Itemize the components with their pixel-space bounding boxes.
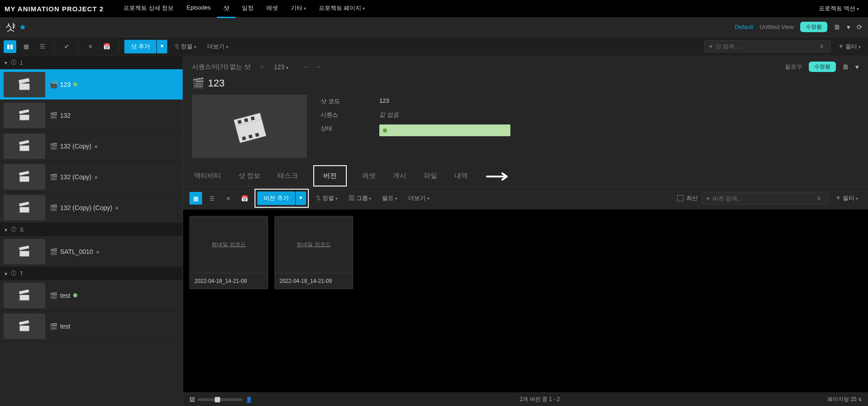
breadcrumb-sequence[interactable]: 시퀀스이(가) 없는 샷 bbox=[192, 63, 250, 71]
shot-row[interactable]: 🎬132 (Copy) (Copy) ● bbox=[0, 192, 183, 223]
detail-dropdown-icon[interactable]: ▾ bbox=[855, 63, 859, 71]
sort-menu[interactable]: ⇅ 정렬 bbox=[171, 43, 200, 51]
tab-shot-info[interactable]: 샷 정보 bbox=[236, 165, 262, 186]
vsort-menu[interactable]: ⇅ 정렬 bbox=[312, 194, 341, 202]
shot-thumb bbox=[4, 164, 45, 190]
tab-history[interactable]: 내역 bbox=[453, 165, 470, 186]
more-menu[interactable]: 더보기 bbox=[203, 43, 232, 51]
zoom-out-icon[interactable]: 🖼 bbox=[189, 396, 195, 403]
group-header-t[interactable]: ▾ ⓘ T bbox=[0, 267, 183, 280]
view-compact-icon[interactable]: ≡ bbox=[84, 40, 97, 53]
collapse-icon[interactable]: ▾ bbox=[5, 60, 7, 66]
nav-schedule[interactable]: 일정 bbox=[236, 0, 260, 18]
tab-activity[interactable]: 액티비티 bbox=[192, 165, 223, 186]
next-shot-icon[interactable]: → bbox=[315, 63, 321, 70]
shot-row[interactable]: 🎬test bbox=[0, 280, 183, 311]
group-header-1[interactable]: ▾ ⓘ 1 bbox=[0, 56, 183, 69]
favorite-star-icon[interactable]: ★ bbox=[19, 22, 26, 32]
shot-row[interactable]: 🎬132 (Copy) ● bbox=[0, 162, 183, 192]
nav-shots[interactable]: 샷 bbox=[217, 0, 236, 18]
version-grid: 썸네일 업로드 2022-04-18_14-21-09 썸네일 업로드 2022… bbox=[183, 210, 868, 392]
nav-other[interactable]: 기타 bbox=[284, 0, 312, 18]
status-dot-icon bbox=[73, 82, 77, 86]
shot-row[interactable]: 🎬SATL_0010 ● bbox=[0, 236, 183, 267]
recent-checkbox[interactable]: 최신 bbox=[677, 194, 698, 202]
vview-compact-icon[interactable]: ≡ bbox=[222, 192, 235, 205]
shot-row[interactable]: 🎬132 bbox=[0, 100, 183, 131]
modified-pill[interactable]: 수정됨 bbox=[800, 22, 827, 32]
status-bar[interactable] bbox=[379, 124, 510, 136]
version-thumb-upload[interactable]: 썸네일 업로드 bbox=[275, 216, 353, 273]
vview-calendar-icon[interactable]: 📅 bbox=[238, 192, 251, 205]
search-clear-icon[interactable]: ✕ bbox=[817, 43, 826, 50]
vfilter-menu[interactable]: ▼ 필터 bbox=[832, 194, 862, 202]
film-clapper-icon bbox=[225, 106, 274, 147]
version-search-input[interactable] bbox=[712, 195, 815, 202]
prev-shot-icon[interactable]: ← bbox=[304, 63, 310, 70]
shot-thumb bbox=[4, 239, 45, 264]
shot-row[interactable]: 🎬132 (Copy) ● bbox=[0, 131, 183, 162]
view-default[interactable]: Default bbox=[735, 24, 753, 30]
vview-grid-icon[interactable]: ▦ bbox=[189, 192, 202, 205]
nav-project-pages[interactable]: 프로젝트 페이지 bbox=[312, 0, 371, 18]
detail-body: 샷 코드 123 시퀀스 값 없음 상태 bbox=[183, 95, 868, 165]
version-thumb-upload[interactable]: 썸네일 업로드 bbox=[190, 216, 268, 273]
page-dropdown-icon[interactable]: ▾ bbox=[847, 23, 850, 31]
field-value-sequence[interactable]: 값 없음 bbox=[379, 111, 399, 119]
breadcrumb-shot[interactable]: 123 ▾ bbox=[274, 63, 288, 71]
vmore-menu[interactable]: 더보기 bbox=[405, 194, 433, 202]
version-card[interactable]: 썸네일 업로드 2022-04-18_14-21-09 bbox=[189, 216, 268, 289]
version-footer: 🖼 👤 2개 버전 중 1 - 2 페이지당 25 ⇅ bbox=[183, 392, 868, 406]
add-version-dropdown[interactable]: ▾ bbox=[296, 191, 306, 205]
nav-episodes[interactable]: Episodes bbox=[180, 0, 217, 18]
version-count-text: 2개 버전 중 1 - 2 bbox=[252, 396, 827, 403]
follow-button[interactable]: 팔로우 bbox=[785, 63, 802, 71]
detail-breadcrumb-row: 시퀀스이(가) 없는 샷 > 123 ▾ ← → 팔로우 수정됨 🗎 ▾ bbox=[183, 56, 868, 76]
add-shot-dropdown[interactable]: ▾ bbox=[157, 40, 167, 53]
per-page-selector[interactable]: 페이지당 25 ⇅ bbox=[827, 396, 862, 403]
version-card[interactable]: 썸네일 업로드 2022-04-18_14-21-09 bbox=[274, 216, 353, 289]
version-search[interactable]: ▾ ✕ bbox=[702, 192, 828, 205]
nav-project-detail[interactable]: 프로젝트 상세 정보 bbox=[117, 0, 180, 18]
detail-modified-pill[interactable]: 수정됨 bbox=[809, 62, 836, 72]
thumb-size-slider[interactable] bbox=[198, 398, 243, 401]
shot-list-panel: ▾ ⓘ 1 🎬123 🎬132 🎬132 (Copy) ● 🎬132 (Copy… bbox=[0, 56, 183, 406]
project-actions-menu[interactable]: 프로젝트 액션 bbox=[814, 5, 863, 13]
view-list-icon[interactable]: ☰ bbox=[36, 40, 49, 53]
tab-versions[interactable]: 버전 bbox=[313, 165, 347, 186]
top-bar: MY ANIMATION PROJECT 2 프로젝트 상세 정보 Episod… bbox=[0, 0, 868, 17]
vsearch-clear-icon[interactable]: ✕ bbox=[815, 195, 823, 202]
filter-menu[interactable]: ▼ 필터 bbox=[835, 43, 864, 51]
arrow-annotation-icon bbox=[486, 172, 511, 183]
detail-page-icon[interactable]: 🗎 bbox=[842, 63, 849, 71]
refresh-icon[interactable]: ⟳ bbox=[857, 23, 863, 31]
add-version-button[interactable]: 버전 추가 bbox=[257, 191, 295, 205]
approval-icon[interactable]: ✔ bbox=[60, 40, 73, 53]
view-grid-icon[interactable]: ▦ bbox=[20, 40, 33, 53]
shot-thumb bbox=[4, 314, 45, 339]
view-untitled[interactable]: Untitled View bbox=[760, 24, 794, 30]
shot-name-label: 132 (Copy) bbox=[60, 173, 91, 181]
tab-publish[interactable]: 게시 bbox=[391, 165, 408, 186]
collapse-icon[interactable]: ▾ bbox=[5, 227, 7, 233]
view-split-icon[interactable]: ▮▮ bbox=[4, 40, 16, 53]
nav-assets[interactable]: 에셋 bbox=[260, 0, 284, 18]
detail-thumbnail[interactable] bbox=[192, 95, 307, 158]
group-header-s[interactable]: ▾ ⓘ S bbox=[0, 223, 183, 236]
tab-files[interactable]: 파일 bbox=[422, 165, 439, 186]
tab-assets[interactable]: 에셋 bbox=[360, 165, 377, 186]
collapse-icon[interactable]: ▾ bbox=[5, 271, 7, 277]
shot-row[interactable]: 🎬test bbox=[0, 311, 183, 342]
shot-search[interactable]: ▾ ✕ bbox=[704, 40, 831, 53]
shot-search-input[interactable] bbox=[715, 43, 817, 50]
shot-row[interactable]: 🎬123 bbox=[0, 69, 183, 100]
page-new-icon[interactable]: 🗎 bbox=[834, 23, 840, 31]
zoom-in-icon[interactable]: 👤 bbox=[245, 396, 252, 403]
vfield-menu[interactable]: 필드 bbox=[378, 194, 401, 202]
tab-tasks[interactable]: 태스크 bbox=[276, 165, 300, 186]
add-shot-button[interactable]: 샷 추가 bbox=[124, 40, 156, 53]
view-calendar-icon[interactable]: 📅 bbox=[100, 40, 113, 53]
vgroup-menu[interactable]: ☰ 그룹 bbox=[345, 194, 375, 202]
vview-list-icon[interactable]: ☰ bbox=[206, 192, 218, 205]
field-value-code[interactable]: 123 bbox=[379, 97, 389, 105]
